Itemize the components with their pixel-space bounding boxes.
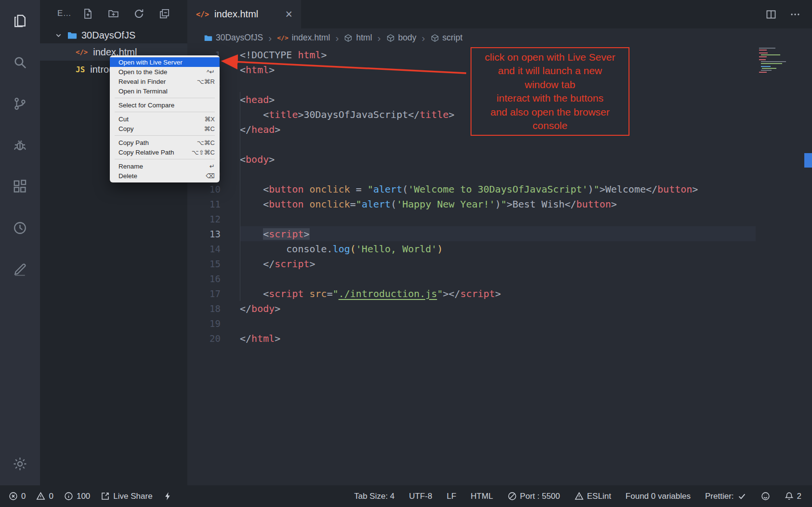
code-line-8: 8<body> — [187, 152, 812, 167]
code-line-14: 14 console.log('Hello, World') — [187, 241, 812, 256]
status-notifications[interactable]: 2 — [785, 492, 801, 501]
menu-separator — [115, 112, 215, 112]
breadcrumb-script[interactable]: script — [431, 33, 463, 43]
menu-item-open-in-terminal[interactable]: Open in Terminal — [110, 86, 220, 96]
breadcrumb-separator: › — [335, 32, 339, 44]
code-line-15: 15 </script> — [187, 256, 812, 271]
code-line-10: 10 <button onclick = "alert('Welcome to … — [187, 182, 812, 196]
warning-icon — [575, 492, 584, 501]
collapse-all-icon[interactable] — [159, 8, 170, 19]
minimap[interactable] — [758, 47, 802, 75]
html-file-icon: </> — [76, 48, 88, 56]
tab-label: index.html — [214, 9, 258, 20]
activity-bar-bottom — [0, 443, 40, 484]
status-encoding[interactable]: UTF-8 — [409, 492, 432, 501]
explorer-actions — [82, 8, 170, 19]
tab-close-icon[interactable]: × — [285, 8, 292, 20]
folder-icon — [204, 34, 212, 42]
code-line-11: 11 <button onclick="alert('Happy New Yea… — [187, 196, 812, 211]
folder-row-30DaysOfJS[interactable]: 30DaysOfJS — [40, 27, 187, 43]
code-line-20: 20</html> — [187, 331, 812, 346]
info-icon — [64, 492, 73, 501]
status-quick-action-bolt[interactable] — [163, 492, 172, 501]
status-eol[interactable]: LF — [446, 492, 456, 501]
debug-icon[interactable] — [0, 124, 40, 166]
cube-icon — [344, 34, 353, 42]
indent-guide — [240, 92, 240, 301]
explorer-title: E… — [57, 9, 71, 18]
breadcrumb-separator: › — [268, 32, 272, 44]
context-menu: Open with Live ServerOpen to the Side^↵R… — [110, 55, 220, 182]
breadcrumb-index.html[interactable]: </>index.html — [277, 33, 330, 43]
status-live-share[interactable]: Live Share — [101, 492, 152, 501]
status-variables[interactable]: Found 0 variables — [626, 492, 691, 501]
breadcrumb-body[interactable]: body — [386, 33, 417, 43]
code-line-18: 18</body> — [187, 301, 812, 316]
status-tab-size[interactable]: Tab Size: 4 — [354, 492, 394, 501]
status-feedback-smiley[interactable] — [761, 492, 770, 501]
tab-bar: </> index.html × — [187, 0, 812, 28]
bell-icon — [785, 492, 794, 501]
extensions-icon[interactable] — [0, 166, 40, 207]
status-info[interactable]: 100 — [64, 492, 90, 501]
folder-name: 30DaysOfJS — [81, 30, 135, 41]
menu-item-reveal-in-finder[interactable]: Reveal in Finder⌥⌘R — [110, 77, 220, 86]
check-icon — [737, 492, 747, 501]
menu-item-copy[interactable]: Copy⌘C — [110, 124, 220, 133]
menu-separator — [115, 98, 215, 98]
source-control-icon[interactable] — [0, 83, 40, 124]
code-line-7: 7 — [187, 137, 812, 152]
status-bar-left: 00100Live Share — [9, 492, 172, 501]
breadcrumb-html[interactable]: html — [344, 33, 372, 43]
explorer-header: E… — [40, 0, 187, 27]
cube-icon — [386, 34, 395, 42]
search-icon[interactable] — [0, 41, 40, 83]
pen-icon[interactable] — [0, 248, 40, 290]
editor-actions — [766, 0, 812, 28]
activity-bar — [0, 0, 40, 485]
activity-bar-top — [0, 0, 40, 290]
error-icon — [9, 492, 18, 501]
bolt-icon — [163, 492, 172, 501]
liveshare-icon — [101, 492, 110, 501]
status-errors[interactable]: 0 — [9, 492, 26, 501]
code-line-19: 19 — [187, 316, 812, 331]
code-line-12: 12 — [187, 211, 812, 226]
chevron-down-icon — [54, 31, 63, 39]
status-language-mode[interactable]: HTML — [471, 492, 493, 501]
status-eslint[interactable]: ESLint — [575, 492, 611, 501]
tab-index-html[interactable]: </> index.html × — [187, 0, 301, 28]
menu-item-cut[interactable]: Cut⌘X — [110, 114, 220, 124]
more-actions-icon[interactable] — [790, 9, 800, 20]
status-prettier[interactable]: Prettier: — [705, 492, 747, 501]
code-line-16: 16 — [187, 271, 812, 286]
new-file-icon[interactable] — [82, 8, 93, 19]
menu-item-select-for-compare[interactable]: Select for Compare — [110, 100, 220, 110]
menu-item-open-to-the-side[interactable]: Open to the Side^↵ — [110, 67, 220, 77]
menu-item-open-with-live-server[interactable]: Open with Live Server — [110, 57, 220, 67]
new-folder-icon[interactable] — [108, 8, 119, 19]
menu-item-delete[interactable]: Delete⌫ — [110, 171, 220, 181]
breadcrumb-separator: › — [422, 32, 425, 44]
code-line-9: 9 — [187, 167, 812, 182]
smiley-icon — [761, 492, 770, 501]
breadcrumb: 30DaysOfJS›</>index.html›html›body›scrip… — [187, 28, 812, 47]
menu-item-rename[interactable]: Rename↵ — [110, 161, 220, 171]
refresh-icon[interactable] — [133, 8, 144, 19]
menu-separator — [115, 159, 215, 159]
code-line-13: 13 <script> — [187, 226, 812, 241]
scrollbar-indicator[interactable] — [804, 153, 812, 168]
breadcrumb-30DaysOfJS[interactable]: 30DaysOfJS — [204, 33, 263, 43]
html-file-icon: </> — [196, 10, 209, 19]
menu-item-copy-relative-path[interactable]: Copy Relative Path⌥⇧⌘C — [110, 147, 220, 157]
warning-icon — [36, 492, 45, 501]
menu-separator — [115, 135, 215, 136]
history-icon[interactable] — [0, 207, 40, 248]
explorer-icon[interactable] — [0, 0, 40, 41]
settings-icon[interactable] — [0, 443, 40, 484]
split-editor-icon[interactable] — [766, 9, 776, 20]
js-file-icon: JS — [76, 65, 85, 74]
status-port[interactable]: Port : 5500 — [508, 492, 560, 501]
menu-item-copy-path[interactable]: Copy Path⌥⌘C — [110, 138, 220, 147]
status-warnings[interactable]: 0 — [36, 492, 53, 501]
